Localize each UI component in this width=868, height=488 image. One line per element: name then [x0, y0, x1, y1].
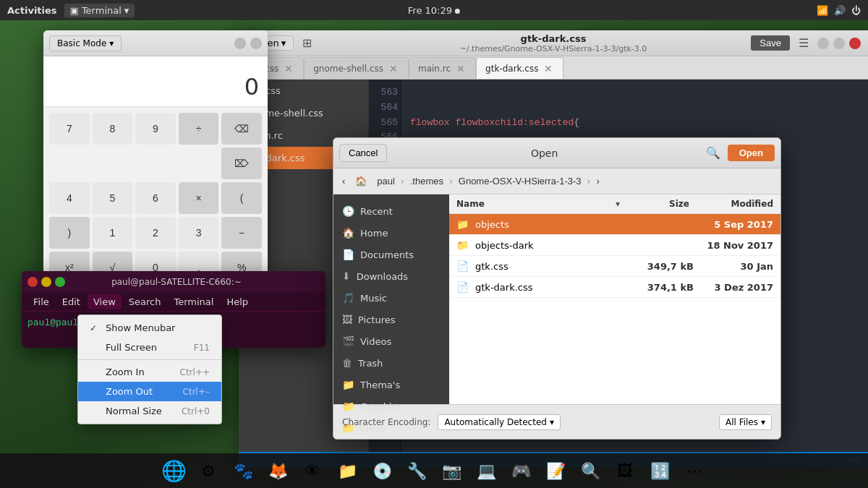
dialog-sidebar-trash[interactable]: 🗑 Trash	[333, 352, 449, 374]
calc-delete[interactable]: ⌦	[221, 147, 262, 179]
calc-multiply[interactable]: ×	[179, 182, 219, 214]
terminal-menu-terminal[interactable]: Terminal	[168, 294, 219, 309]
dock-tools[interactable]: 🔧	[401, 455, 432, 486]
editor-save-button[interactable]: Save	[751, 35, 790, 51]
dock-firefox[interactable]: 🦊	[263, 455, 293, 486]
menu-normal-size[interactable]: Normal Size Ctrl+0	[78, 401, 221, 421]
breadcrumb-forward[interactable]: ›	[592, 174, 603, 188]
calculator-display: 0	[43, 56, 268, 107]
terminal-menu-help[interactable]: Help	[221, 294, 254, 309]
close-gtk-css-tab[interactable]: ✕	[283, 63, 294, 74]
calc-close-paren[interactable]: )	[49, 217, 90, 249]
dialog-sidebar-videos[interactable]: 🎬 Videos	[333, 330, 449, 352]
breadcrumb-home-icon[interactable]: 🏠	[351, 174, 371, 188]
terminal-maximize-button[interactable]	[55, 277, 65, 287]
dialog-sidebar-themas[interactable]: 📁 Thema's	[333, 374, 449, 395]
breadcrumb-paul[interactable]: paul	[373, 174, 399, 188]
terminal-menu-search[interactable]: Search	[123, 294, 167, 309]
calculator-mode-button[interactable]: Basic Mode ▾	[49, 35, 122, 51]
close-gtk-dark-tab[interactable]: ✕	[542, 63, 554, 74]
calc-2[interactable]: 2	[135, 217, 176, 249]
calc-divide[interactable]: ÷	[179, 113, 219, 145]
more-icon: ⋯	[686, 462, 702, 480]
dialog-body: 🕒 Recent 🏠 Home 📄 Documents ⬇ Downloads …	[333, 194, 780, 404]
dock-camera[interactable]: 📷	[436, 455, 467, 486]
editor-menu-button[interactable]: ☰	[794, 35, 813, 51]
dock-more[interactable]: ⋯	[679, 455, 710, 486]
calc-7[interactable]: 7	[49, 113, 90, 145]
dialog-sidebar-downloads[interactable]: ⬇ Downloads	[333, 265, 449, 287]
breadcrumb-themes[interactable]: .themes	[406, 174, 448, 188]
breadcrumb-gnome[interactable]: Gnome-OSX-V-HSierra-1-3-3	[454, 174, 586, 188]
dialog-sidebar-recent[interactable]: 🕒 Recent	[333, 200, 449, 222]
close-gnome-shell-tab[interactable]: ✕	[388, 63, 399, 74]
dock-disk[interactable]: 💿	[367, 455, 397, 486]
breadcrumb-back[interactable]: ‹	[338, 174, 349, 188]
editor-close-button[interactable]	[849, 38, 861, 49]
terminal-menu-view[interactable]: View	[88, 294, 122, 309]
calc-1[interactable]: 1	[93, 217, 133, 249]
calc-backspace[interactable]: ⌫	[221, 113, 262, 145]
dock-images[interactable]: 🖼	[610, 455, 640, 486]
calc-8[interactable]: 8	[93, 113, 133, 145]
editor-minimize-button[interactable]	[817, 38, 829, 49]
dialog-sidebar-music[interactable]: 🎵 Music	[333, 287, 449, 309]
calc-open-paren[interactable]: (	[221, 182, 262, 214]
menu-show-menubar[interactable]: ✓ Show Menubar	[78, 318, 221, 338]
dock-games[interactable]: 🎮	[506, 455, 536, 486]
games-icon: 🎮	[511, 462, 531, 480]
activities-button[interactable]: Activities	[7, 5, 57, 16]
file-row-objects[interactable]: 📁 objects 5 Sep 2017	[449, 214, 780, 235]
dock-paw[interactable]: 🐾	[228, 455, 258, 486]
calc-4[interactable]: 4	[49, 182, 90, 214]
menu-full-screen[interactable]: Full Screen F11	[78, 338, 221, 357]
dock-terminal[interactable]: 💻	[471, 455, 501, 486]
dock-writer[interactable]: 📝	[540, 455, 571, 486]
dialog-search-button[interactable]: 🔍	[702, 145, 725, 161]
editor-maximize-button[interactable]	[833, 38, 845, 49]
dialog-sidebar-documents[interactable]: 📄 Documents	[333, 244, 449, 265]
calc-6[interactable]: 6	[135, 182, 176, 214]
close-main-rc-tab[interactable]: ✕	[455, 63, 467, 74]
dialog-sidebar-pictures[interactable]: 🖼 Pictures	[333, 309, 449, 330]
terminal-minimize-button[interactable]	[41, 277, 51, 287]
calculator-minimize-button[interactable]	[234, 38, 246, 49]
file-row-objects-dark[interactable]: 📁 objects-dark 18 Nov 2017	[449, 235, 780, 256]
terminal-close-button[interactable]	[27, 277, 38, 287]
dock-system[interactable]: ⚙	[193, 455, 224, 486]
editor-extra-button[interactable]: ⊞	[298, 35, 316, 51]
menu-zoom-in[interactable]: Zoom In Ctrl++	[78, 362, 221, 382]
folder-icon: 📁	[342, 401, 354, 412]
calc-3[interactable]: 3	[179, 217, 219, 249]
dock-files[interactable]: 📁	[332, 455, 362, 486]
menu-zoom-out[interactable]: Zoom Out Ctrl+–	[78, 382, 221, 401]
calc-9[interactable]: 9	[135, 113, 176, 145]
dialog-open-button[interactable]: Open	[728, 145, 775, 161]
dock-eye[interactable]: 👁	[297, 455, 328, 486]
file-row-gtk-css[interactable]: 📄 gtk.css 349,7 kB 30 Jan	[449, 256, 780, 277]
editor-tab-gnome-shell-css[interactable]: gnome-shell.css ✕	[304, 57, 409, 79]
chevron-down-icon: ▾	[550, 417, 554, 427]
terminal-taskbar-button[interactable]: ▣ Terminal ▾	[64, 4, 135, 17]
terminal-menu-edit[interactable]: Edit	[56, 294, 86, 309]
dialog-title: Open	[531, 147, 558, 159]
folder-icon: 📁	[456, 218, 471, 230]
check-icon: ✓	[90, 323, 100, 333]
dialog-sidebar-home[interactable]: 🏠 Home	[333, 222, 449, 244]
calc-subtract[interactable]: −	[221, 217, 262, 249]
encoding-select[interactable]: Automatically Detected ▾	[438, 414, 561, 430]
editor-tab-main-rc[interactable]: main.rc ✕	[409, 57, 476, 79]
calc-5[interactable]: 5	[93, 182, 133, 214]
file-row-gtk-dark-css[interactable]: 📄 gtk-dark.css 374,1 kB 3 Dez 2017	[449, 277, 780, 298]
taskbar: 🌐 ⚙ 🐾 🦊 👁 📁 💿 🔧 📷 💻 🎮 📝 🔍 🖼 🔢 ⋯	[0, 453, 868, 488]
calculator-maximize-button[interactable]	[250, 38, 262, 49]
editor-tab-gtk-dark-css[interactable]: gtk-dark.css ✕	[476, 57, 563, 79]
terminal-menu-file[interactable]: File	[27, 294, 55, 309]
dialog-cancel-button[interactable]: Cancel	[339, 144, 387, 162]
dialog-sidebar-graphics[interactable]: 📁 Graphics	[333, 395, 449, 417]
filetype-select[interactable]: All Files ▾	[719, 414, 772, 430]
dock-chrome[interactable]: 🌐	[158, 455, 189, 486]
dock-calc[interactable]: 🔢	[644, 455, 675, 486]
dock-search[interactable]: 🔍	[575, 455, 605, 486]
camera-icon: 📷	[442, 462, 461, 480]
